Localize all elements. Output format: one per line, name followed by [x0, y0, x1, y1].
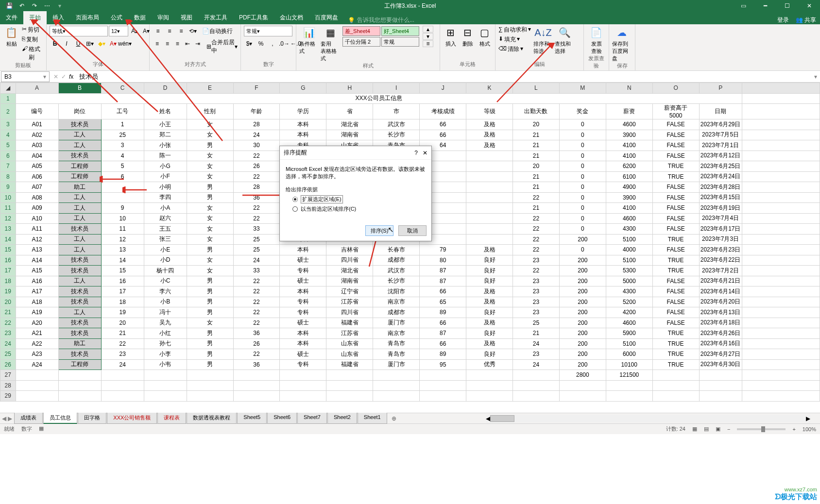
dialog-help-icon[interactable]: ?: [414, 150, 418, 156]
row-header[interactable]: 22: [0, 318, 16, 328]
cell[interactable]: [187, 380, 233, 391]
cell[interactable]: 22: [233, 171, 280, 182]
cell[interactable]: 66: [420, 318, 466, 328]
qat-touch-icon[interactable]: ⋯: [41, 0, 53, 11]
cell[interactable]: 2023年6月13日: [699, 307, 742, 318]
cell[interactable]: A12: [16, 234, 58, 245]
cell[interactable]: 36: [233, 328, 280, 339]
cancel-fx-icon[interactable]: ✕: [53, 73, 58, 80]
cell[interactable]: 技术员: [58, 318, 101, 328]
cell[interactable]: 0: [559, 213, 606, 224]
cell[interactable]: [513, 380, 560, 391]
font-color-icon[interactable]: A▾: [108, 38, 119, 49]
cell[interactable]: 及格: [466, 245, 513, 255]
cut-button[interactable]: ✂ 剪切: [22, 26, 43, 34]
row-header[interactable]: 13: [0, 224, 16, 235]
cell[interactable]: 技术员: [58, 255, 101, 266]
cell[interactable]: 24: [513, 338, 560, 349]
cell[interactable]: 小D: [144, 255, 187, 266]
cell[interactable]: 男: [187, 192, 233, 203]
cell[interactable]: 专科: [280, 307, 326, 318]
cell[interactable]: 24: [513, 359, 560, 370]
cell[interactable]: 3900: [606, 192, 652, 203]
fapiao-button[interactable]: 📄发票 查验: [587, 26, 606, 55]
cell[interactable]: 工人: [58, 140, 101, 151]
sort-filter-button[interactable]: A↓Z排序和筛选: [533, 26, 553, 55]
cell[interactable]: 硕士: [280, 349, 326, 360]
underline-icon[interactable]: U: [73, 38, 84, 49]
cell[interactable]: 2023年7月3日: [699, 234, 742, 245]
cell[interactable]: A02: [16, 130, 58, 140]
italic-icon[interactable]: I: [61, 38, 72, 49]
cell[interactable]: A19: [16, 307, 58, 318]
comma-icon[interactable]: ,: [267, 38, 278, 49]
cell[interactable]: 5200: [606, 297, 652, 307]
cell[interactable]: 24: [233, 255, 280, 266]
cell[interactable]: 2023年6月14日: [699, 286, 742, 297]
header-cell[interactable]: 奖金: [559, 104, 606, 119]
cell[interactable]: 技术员: [58, 286, 101, 297]
menu-home[interactable]: 开始: [23, 11, 47, 24]
row-header[interactable]: 2: [0, 104, 16, 119]
cell[interactable]: 87: [420, 276, 466, 286]
cell[interactable]: FALSE: [652, 151, 699, 161]
menu-baidu[interactable]: 百度网盘: [309, 11, 344, 24]
cell[interactable]: 17: [101, 286, 144, 297]
style-bad[interactable]: 差_Sheet4: [342, 26, 380, 36]
row-header[interactable]: 23: [0, 328, 16, 339]
cell[interactable]: 19: [101, 307, 144, 318]
cell[interactable]: 200: [559, 349, 606, 360]
row-header[interactable]: 8: [0, 171, 16, 182]
cell[interactable]: 青岛市: [373, 338, 420, 349]
find-select-button[interactable]: 🔍查找和选择: [555, 26, 574, 55]
grow-font-icon[interactable]: A▴: [129, 26, 140, 36]
cell[interactable]: 200: [559, 286, 606, 297]
cell[interactable]: 小韦: [144, 359, 187, 370]
cell[interactable]: 4300: [606, 224, 652, 235]
cell[interactable]: 20: [101, 318, 144, 328]
cell[interactable]: 22: [513, 192, 560, 203]
menu-pdf[interactable]: PDF工具集: [233, 11, 274, 24]
cell[interactable]: 0: [559, 192, 606, 203]
cell[interactable]: 工程师: [58, 161, 101, 172]
cell[interactable]: 2023年6月29日: [699, 119, 742, 130]
cell[interactable]: 郑二: [144, 130, 187, 140]
col-header[interactable]: J: [420, 83, 466, 94]
cell[interactable]: 小C: [144, 276, 187, 286]
cell[interactable]: [559, 380, 606, 391]
menu-formula[interactable]: 公式: [105, 11, 128, 24]
row-header[interactable]: 12: [0, 213, 16, 224]
cell[interactable]: 21: [513, 203, 560, 214]
cell[interactable]: 男: [187, 276, 233, 286]
cell[interactable]: 成都市: [373, 255, 420, 266]
cell[interactable]: 及格: [466, 338, 513, 349]
cell[interactable]: 硕士: [280, 276, 326, 286]
col-header[interactable]: G: [280, 83, 326, 94]
cell[interactable]: A09: [16, 203, 58, 214]
cell[interactable]: 女: [187, 255, 233, 266]
row-header[interactable]: 14: [0, 234, 16, 245]
cell[interactable]: 95: [420, 359, 466, 370]
cell[interactable]: 及格: [466, 130, 513, 140]
share-button[interactable]: 👥 共享: [796, 16, 816, 24]
cell[interactable]: 男: [187, 182, 233, 193]
cell[interactable]: 2023年6月28日: [699, 182, 742, 193]
style-normal[interactable]: 常规: [381, 37, 419, 47]
cell[interactable]: 冯十: [144, 307, 187, 318]
cell[interactable]: 张三: [144, 234, 187, 245]
cell[interactable]: 21: [513, 151, 560, 161]
cell[interactable]: TRUE: [652, 328, 699, 339]
bold-icon[interactable]: B: [50, 38, 60, 49]
cell[interactable]: 陈一: [144, 151, 187, 161]
cell[interactable]: 0: [559, 130, 606, 140]
cell[interactable]: 工人: [58, 276, 101, 286]
cell[interactable]: 200: [559, 318, 606, 328]
row-header[interactable]: 27: [0, 370, 16, 381]
cell[interactable]: A16: [16, 276, 58, 286]
cell[interactable]: 2023年6月30日: [699, 359, 742, 370]
cell[interactable]: 4600: [606, 119, 652, 130]
cell[interactable]: 成都市: [373, 307, 420, 318]
cell[interactable]: 武汉市: [373, 119, 420, 130]
cell[interactable]: [233, 380, 280, 391]
cell[interactable]: 5: [101, 161, 144, 172]
